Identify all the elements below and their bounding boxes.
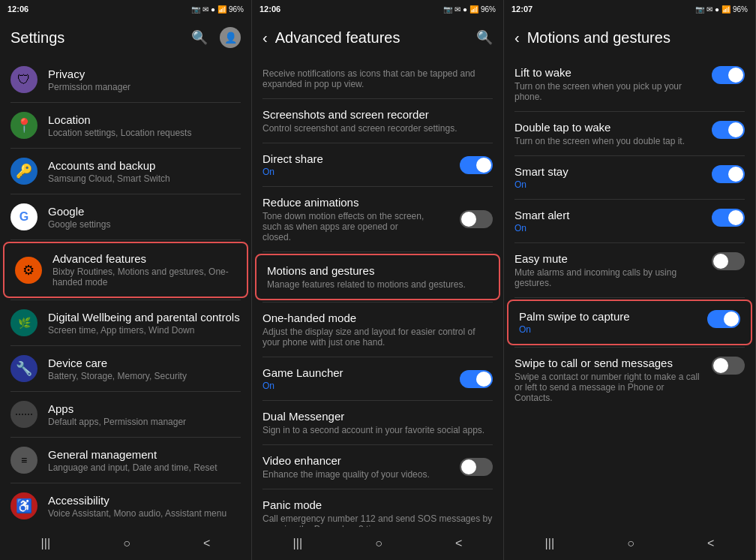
feature-video-enhancer[interactable]: Video enhancer Enhance the image quality…	[252, 445, 503, 489]
easy-mute-text: Easy mute Mute alarms and incoming calls…	[514, 252, 704, 288]
divider	[262, 251, 493, 252]
sidebar-item-device-care[interactable]: 🔧 Device care Battery, Storage, Memory, …	[0, 346, 251, 391]
video-subtitle: Enhance the image quality of your videos…	[262, 469, 430, 480]
search-button-1[interactable]: 🔍	[191, 29, 208, 46]
smart-alert-row: Smart alert On	[514, 209, 745, 233]
recents-button-1[interactable]: |||	[41, 537, 50, 550]
feature-motions[interactable]: Motions and gestures Manage features rel…	[255, 254, 500, 300]
accessibility-text: Accessibility Voice Assistant, Mono audi…	[48, 494, 241, 519]
smart-alert-on: On	[514, 223, 704, 233]
reduce-text: Reduce animations Tone down motion effec…	[262, 196, 428, 242]
gesture-smart-alert[interactable]: Smart alert On	[504, 200, 755, 242]
advanced-features-panel: 12:06 📷 ✉ ● 📶 96% ‹ Advanced features 🔍 …	[252, 0, 504, 560]
toggle-thumb	[728, 122, 743, 137]
home-button-2[interactable]: ○	[375, 537, 382, 550]
divider	[514, 297, 745, 298]
motions-title: Motions and gestures	[267, 264, 488, 277]
notifications-subtitle: Receive notifications as icons that can …	[262, 68, 493, 89]
screenshots-title: Screenshots and screen recorder	[262, 108, 493, 121]
general-text: General management Language and input, D…	[48, 448, 241, 473]
feature-reduce-animations[interactable]: Reduce animations Tone down motion effec…	[252, 187, 503, 251]
apps-icon: ⋯⋯	[10, 401, 38, 428]
video-toggle[interactable]	[460, 458, 493, 476]
feature-screenshots[interactable]: Screenshots and screen recorder Control …	[252, 99, 503, 143]
feature-one-handed[interactable]: One-handed mode Adjust the display size …	[252, 303, 503, 357]
double-toggle[interactable]	[712, 121, 745, 139]
recents-button-2[interactable]: |||	[293, 537, 302, 550]
toggle-thumb	[728, 68, 743, 83]
gesture-palm-swipe[interactable]: Palm swipe to capture On	[507, 300, 752, 345]
smart-alert-toggle[interactable]	[712, 209, 745, 227]
home-button-3[interactable]: ○	[627, 537, 634, 550]
sidebar-item-accessibility[interactable]: ♿ Accessibility Voice Assistant, Mono au…	[0, 483, 251, 527]
status-bar-1: 12:06 📷 ✉ ● 📶 96%	[0, 0, 251, 18]
location-subtitle: Location settings, Location requests	[48, 128, 241, 138]
gesture-easy-mute[interactable]: Easy mute Mute alarms and incoming calls…	[504, 243, 755, 297]
game-row: Game Launcher On	[262, 366, 493, 391]
privacy-subtitle: Permission manager	[48, 82, 241, 92]
location-title: Location	[48, 113, 241, 126]
avatar-1[interactable]: 👤	[220, 27, 241, 48]
back-button-top-3[interactable]: ‹	[514, 29, 520, 47]
easy-mute-toggle[interactable]	[712, 252, 745, 270]
gesture-lift-wake[interactable]: Lift to wake Turn on the screen when you…	[504, 57, 755, 111]
gesture-double-tap[interactable]: Double tap to wake Turn on the screen wh…	[504, 112, 755, 155]
notification-icons-2: 📷 ✉ ●	[443, 5, 467, 14]
back-button-1[interactable]: <	[203, 537, 210, 550]
time-3: 12:07	[512, 5, 532, 14]
sidebar-item-privacy[interactable]: 🛡 Privacy Permission manager	[0, 57, 251, 102]
swipe-call-text: Swipe to call or send messages Swipe a c…	[514, 357, 704, 403]
toggle-thumb	[728, 167, 743, 182]
game-toggle[interactable]	[460, 370, 493, 388]
toggle-thumb	[476, 158, 491, 173]
sidebar-item-accounts[interactable]: 🔑 Accounts and backup Samsung Cloud, Sma…	[0, 149, 251, 194]
feature-direct-share[interactable]: Direct share On	[252, 143, 503, 186]
game-title: Game Launcher	[262, 366, 344, 379]
direct-share-toggle[interactable]	[460, 156, 493, 174]
dual-subtitle: Sign in to a second account in your favo…	[262, 425, 493, 435]
reduce-subtitle: Tone down motion effects on the screen, …	[262, 211, 428, 242]
privacy-title: Privacy	[48, 68, 241, 80]
palm-toggle[interactable]	[707, 310, 740, 328]
sidebar-item-general[interactable]: ≡ General management Language and input,…	[0, 438, 251, 483]
wellbeing-subtitle: Screen time, App timers, Wind Down	[48, 325, 241, 336]
sidebar-item-wellbeing[interactable]: 🌿 Digital Wellbeing and parental control…	[0, 300, 251, 345]
feature-panic-mode[interactable]: Panic mode Call emergency number 112 and…	[252, 489, 503, 527]
general-subtitle: Language and input, Date and time, Reset	[48, 462, 241, 473]
lift-toggle[interactable]	[712, 66, 745, 84]
status-bar-3: 12:07 📷 ✉ ● 📶 96%	[504, 0, 755, 18]
sidebar-item-google[interactable]: G Google Google settings	[0, 194, 251, 239]
battery-1: 96%	[229, 5, 244, 14]
palm-title: Palm swipe to capture	[519, 310, 700, 323]
smart-stay-toggle[interactable]	[712, 165, 745, 183]
gesture-smart-stay[interactable]: Smart stay On	[504, 156, 755, 199]
sidebar-item-apps[interactable]: ⋯⋯ Apps Default apps, Permission manager	[0, 392, 251, 437]
settings-panel: 12:06 📷 ✉ ● 📶 96% Settings 🔍 👤 🛡 Privacy…	[0, 0, 252, 560]
recents-button-3[interactable]: |||	[545, 537, 554, 550]
toggle-thumb	[728, 210, 743, 225]
smart-stay-text: Smart stay On	[514, 165, 704, 190]
general-icon: ≡	[10, 447, 38, 474]
back-button-3[interactable]: <	[707, 537, 714, 550]
feature-notifications[interactable]: Receive notifications as icons that can …	[252, 57, 503, 98]
back-button-top-2[interactable]: ‹	[262, 29, 268, 47]
back-button-2[interactable]: <	[455, 537, 462, 550]
lift-title: Lift to wake	[514, 66, 704, 79]
accounts-title: Accounts and backup	[48, 159, 241, 172]
feature-dual-messenger[interactable]: Dual Messenger Sign in to a second accou…	[252, 401, 503, 444]
gesture-swipe-call[interactable]: Swipe to call or send messages Swipe a c…	[504, 348, 755, 412]
sidebar-item-advanced[interactable]: ⚙ Advanced features Bixby Routines, Moti…	[3, 242, 248, 298]
smart-stay-row: Smart stay On	[514, 165, 745, 190]
double-text: Double tap to wake Turn on the screen wh…	[514, 121, 704, 146]
search-button-2[interactable]: 🔍	[476, 29, 493, 46]
feature-game-launcher[interactable]: Game Launcher On	[252, 357, 503, 400]
easy-mute-row: Easy mute Mute alarms and incoming calls…	[514, 252, 745, 288]
device-care-subtitle: Battery, Storage, Memory, Security	[48, 371, 241, 381]
sidebar-item-location[interactable]: 📍 Location Location settings, Location r…	[0, 103, 251, 148]
notification-icons-1: 📷 ✉ ●	[191, 5, 215, 14]
home-button-1[interactable]: ○	[123, 537, 130, 550]
toggle-thumb	[713, 358, 728, 373]
reduce-toggle[interactable]	[460, 210, 493, 228]
swipe-call-toggle[interactable]	[712, 357, 745, 375]
wellbeing-title: Digital Wellbeing and parental controls	[48, 311, 241, 324]
